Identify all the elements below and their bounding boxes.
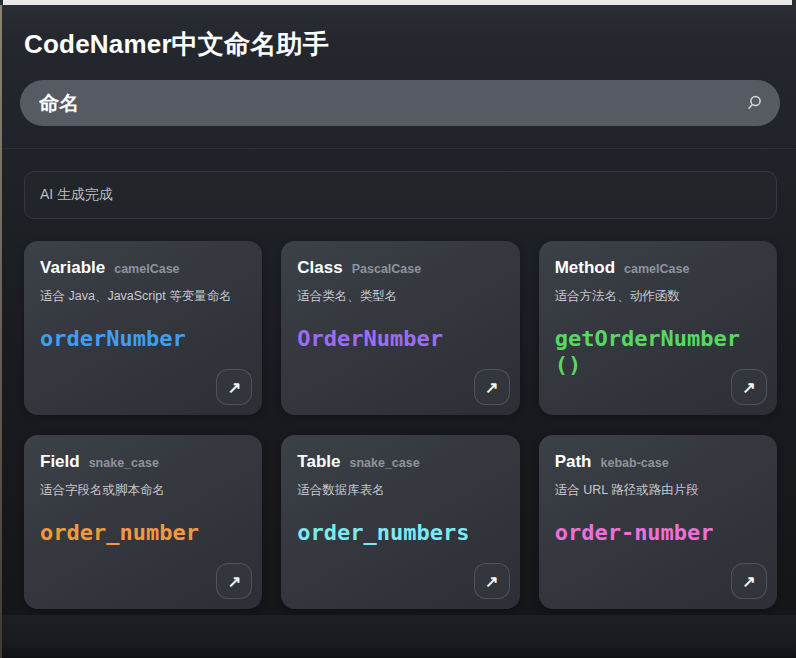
arrow-up-right-icon: ↗ [742,378,755,397]
card-title: Path [555,452,592,472]
header-divider [0,148,796,149]
background-window-strip [3,0,792,5]
card-field[interactable]: Field snake_case 适合字段名或脚本命名 order_number… [24,435,262,609]
open-arrow-button[interactable]: ↗ [216,369,252,405]
card-method[interactable]: Method camelCase 适合方法名、动作函数 getOrderNumb… [539,241,777,415]
card-description: 适合 Java、JavaScript 等变量命名 [40,288,246,305]
naming-results-grid: Variable camelCase 适合 Java、JavaScript 等变… [24,241,777,609]
window-left-edge [0,5,2,658]
open-arrow-button[interactable]: ↗ [731,563,767,599]
card-description: 适合 URL 路径或路由片段 [555,482,761,499]
card-title: Class [297,258,342,278]
search-bar[interactable] [20,80,780,126]
arrow-up-right-icon: ↗ [485,378,498,397]
card-header: Method camelCase [555,258,761,278]
card-generated-name: getOrderNumber() [555,326,745,378]
card-header: Table snake_case [297,452,503,472]
card-header: Class PascalCase [297,258,503,278]
card-generated-name: order-number [555,520,745,546]
card-header: Field snake_case [40,452,246,472]
search-icon [744,93,764,113]
open-arrow-button[interactable]: ↗ [474,563,510,599]
status-text: AI 生成完成 [40,186,113,204]
open-arrow-button[interactable]: ↗ [731,369,767,405]
page-title: CodeNamer中文命名助手 [24,27,777,62]
card-case-tag: snake_case [349,456,419,470]
card-generated-name: order_number [40,520,230,546]
card-description: 适合字段名或脚本命名 [40,482,246,499]
card-variable[interactable]: Variable camelCase 适合 Java、JavaScript 等变… [24,241,262,415]
card-case-tag: camelCase [624,262,689,276]
card-path[interactable]: Path kebab-case 适合 URL 路径或路由片段 order-num… [539,435,777,609]
card-case-tag: kebab-case [601,456,669,470]
app-window: CodeNamer中文命名助手 AI 生成完成 Variable camelCa… [0,27,796,624]
card-description: 适合方法名、动作函数 [555,288,761,305]
arrow-up-right-icon: ↗ [485,572,498,591]
card-case-tag: PascalCase [352,262,422,276]
card-table[interactable]: Table snake_case 适合数据库表名 order_numbers ↗ [281,435,519,609]
card-header: Path kebab-case [555,452,761,472]
card-generated-name: order_numbers [297,520,487,546]
card-case-tag: snake_case [89,456,159,470]
open-arrow-button[interactable]: ↗ [474,369,510,405]
card-title: Field [40,452,80,472]
card-generated-name: OrderNumber [297,326,487,352]
search-input[interactable] [39,92,744,115]
card-description: 适合数据库表名 [297,482,503,499]
card-header: Variable camelCase [40,258,246,278]
card-class[interactable]: Class PascalCase 适合类名、类型名 OrderNumber ↗ [281,241,519,415]
footer-bar [0,615,796,658]
card-title: Method [555,258,615,278]
arrow-up-right-icon: ↗ [228,378,241,397]
status-message-box: AI 生成完成 [24,171,777,219]
card-case-tag: camelCase [114,262,179,276]
card-title: Variable [40,258,105,278]
card-title: Table [297,452,340,472]
arrow-up-right-icon: ↗ [742,572,755,591]
arrow-up-right-icon: ↗ [228,572,241,591]
card-description: 适合类名、类型名 [297,288,503,305]
card-generated-name: orderNumber [40,326,230,352]
open-arrow-button[interactable]: ↗ [216,563,252,599]
